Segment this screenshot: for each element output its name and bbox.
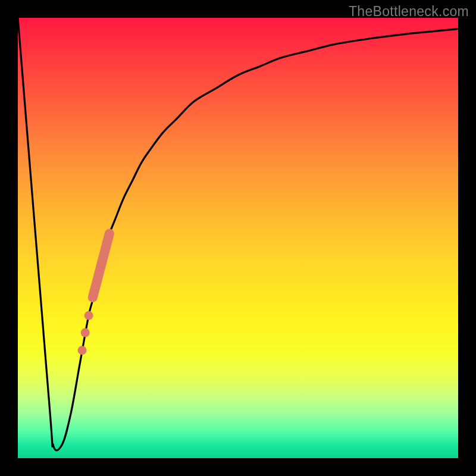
bottleneck-curve: [18, 18, 458, 450]
highlight-dot: [81, 328, 90, 337]
plot-surface: [18, 18, 458, 458]
highlight-dot: [78, 346, 87, 355]
highlight-segment: [93, 234, 109, 298]
highlight-dot: [84, 311, 93, 320]
chart-container: TheBottleneck.com: [0, 0, 476, 476]
watermark-text: TheBottleneck.com: [349, 4, 469, 20]
